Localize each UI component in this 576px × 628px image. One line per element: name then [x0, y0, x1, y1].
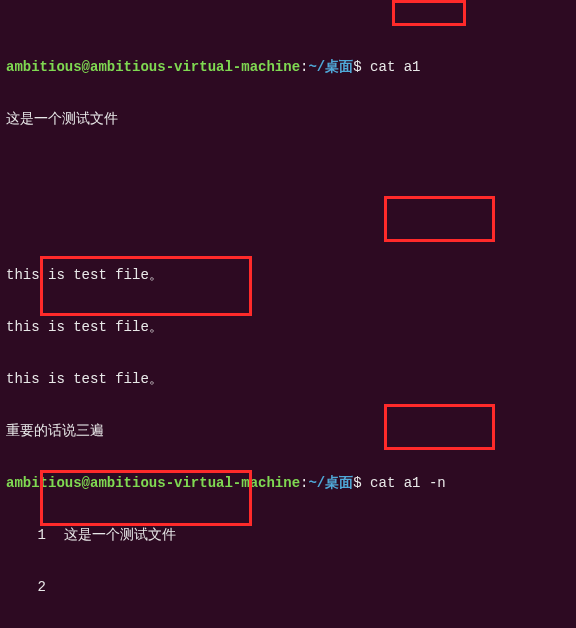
prompt-line-2: ambitious@ambitious-virtual-machine:~/桌面…	[6, 470, 570, 496]
output-line: 这是一个测试文件	[6, 106, 570, 132]
output-line	[6, 210, 570, 236]
prompt-user: ambitious@ambitious-virtual-machine	[6, 59, 300, 75]
line-number: 1	[6, 522, 64, 548]
output-line: this is test file。	[6, 366, 570, 392]
terminal[interactable]: ambitious@ambitious-virtual-machine:~/桌面…	[0, 0, 576, 628]
prompt-user: ambitious@ambitious-virtual-machine	[6, 475, 300, 491]
output-line: this is test file。	[6, 314, 570, 340]
prompt-path: ~/桌面	[308, 475, 353, 491]
prompt-path: ~/桌面	[308, 59, 353, 75]
prompt-sep2: $	[353, 59, 370, 75]
numbered-line: 1这是一个测试文件	[6, 522, 570, 548]
output-line: 重要的话说三遍	[6, 418, 570, 444]
output-text: 这是一个测试文件	[64, 527, 176, 543]
cmd-1: cat a1	[370, 59, 420, 75]
prompt-line-1: ambitious@ambitious-virtual-machine:~/桌面…	[6, 54, 570, 80]
output-line	[6, 158, 570, 184]
line-number: 2	[6, 574, 64, 600]
output-line: this is test file。	[6, 262, 570, 288]
cmd-2: cat a1 -n	[370, 475, 446, 491]
prompt-sep2: $	[353, 475, 370, 491]
numbered-line: 2	[6, 574, 570, 600]
